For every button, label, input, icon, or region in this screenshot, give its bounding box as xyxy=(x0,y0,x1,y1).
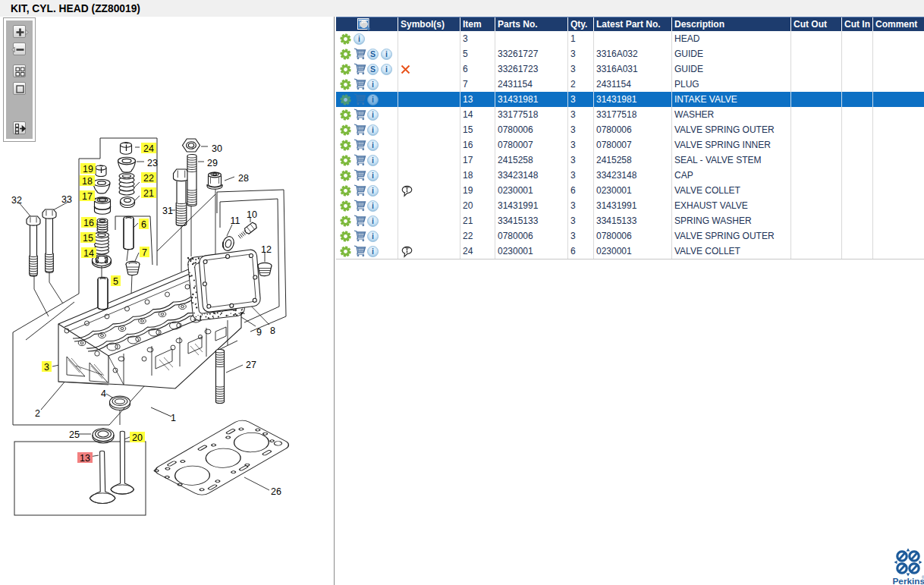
svg-text:30: 30 xyxy=(212,143,222,154)
svg-text:i: i xyxy=(372,110,374,119)
svg-text:Perkins: Perkins xyxy=(893,576,924,585)
svg-text:i: i xyxy=(372,171,374,180)
svg-text:i: i xyxy=(385,64,388,74)
svg-text:5: 5 xyxy=(113,276,118,287)
svg-text:i: i xyxy=(372,140,374,149)
svg-text:17: 17 xyxy=(82,191,93,202)
svg-text:8: 8 xyxy=(270,326,275,336)
svg-text:i: i xyxy=(372,201,374,210)
svg-text:27: 27 xyxy=(246,360,256,370)
svg-text:29: 29 xyxy=(207,158,218,168)
svg-text:19: 19 xyxy=(83,164,93,175)
svg-text:4: 4 xyxy=(101,388,106,399)
svg-text:6: 6 xyxy=(141,219,146,230)
svg-text:21: 21 xyxy=(143,188,154,199)
svg-text:15: 15 xyxy=(83,233,93,244)
svg-text:S: S xyxy=(370,64,376,74)
svg-text:3: 3 xyxy=(44,362,49,373)
svg-text:7: 7 xyxy=(142,247,147,258)
svg-text:9: 9 xyxy=(256,327,262,338)
svg-text:i: i xyxy=(372,216,374,225)
svg-text:16: 16 xyxy=(83,218,94,228)
svg-text:14: 14 xyxy=(83,248,94,259)
svg-text:i: i xyxy=(372,125,374,134)
svg-text:33: 33 xyxy=(61,194,72,205)
svg-text:18: 18 xyxy=(82,176,93,187)
svg-text:28: 28 xyxy=(238,173,249,184)
svg-text:S: S xyxy=(370,49,376,58)
svg-text:10: 10 xyxy=(247,209,257,220)
svg-text:24: 24 xyxy=(143,143,154,154)
svg-text:25: 25 xyxy=(69,429,80,440)
svg-text:i: i xyxy=(372,186,374,195)
svg-text:i: i xyxy=(372,95,374,104)
svg-text:32: 32 xyxy=(11,195,22,206)
svg-text:1: 1 xyxy=(171,413,176,423)
svg-text:26: 26 xyxy=(271,486,281,497)
svg-text:i: i xyxy=(385,49,388,58)
svg-text:22: 22 xyxy=(143,173,154,184)
svg-text:i: i xyxy=(372,231,374,241)
svg-text:11: 11 xyxy=(231,215,240,226)
svg-text:i: i xyxy=(372,80,374,89)
svg-text:13: 13 xyxy=(80,453,90,464)
svg-text:i: i xyxy=(358,34,360,43)
svg-text:20: 20 xyxy=(132,432,143,443)
svg-text:i: i xyxy=(372,156,374,165)
svg-text:i: i xyxy=(372,247,374,256)
svg-text:12: 12 xyxy=(261,244,272,255)
svg-text:2: 2 xyxy=(35,408,40,419)
svg-text:23: 23 xyxy=(147,158,158,168)
svg-text:31: 31 xyxy=(162,206,173,216)
